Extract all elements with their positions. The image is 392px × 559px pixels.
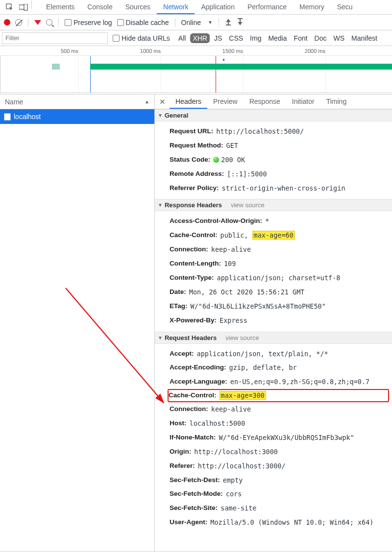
filter-toggle-icon[interactable] (34, 20, 41, 25)
header-row: Request Method:GET (170, 139, 392, 153)
header-key: Accept-Encoding: (170, 363, 226, 372)
header-row: Content-Length:109 (170, 257, 392, 271)
upload-har-icon[interactable] (225, 18, 232, 26)
header-row: Referer:http://localhost:3000/ (170, 459, 392, 473)
column-name: Name (5, 98, 23, 106)
header-value: keep-alive (211, 405, 251, 414)
header-key: Origin: (170, 447, 191, 457)
clear-button[interactable] (15, 19, 22, 26)
detail-tab-timing[interactable]: Timing (320, 95, 353, 109)
header-key: Content-Length: (170, 259, 221, 268)
header-row: User-Agent:Mozilla/5.0 (Windows NT 10.0;… (170, 515, 392, 530)
header-key: User-Agent: (170, 518, 207, 527)
header-key: Request URL: (170, 127, 213, 136)
tab-secu[interactable]: Secu (331, 0, 359, 14)
header-row: Sec-Fetch-Site:same-site (170, 501, 392, 515)
detail-tab-headers[interactable]: Headers (170, 95, 207, 109)
highlighted-header-row: Cache-Control:max-age=300 (168, 389, 389, 402)
download-har-icon[interactable] (237, 18, 244, 26)
search-icon[interactable] (46, 19, 52, 25)
type-filter-js[interactable]: JS (212, 33, 224, 43)
preserve-log-checkbox[interactable]: Preserve log (65, 19, 112, 26)
header-key: X-Powered-By: (170, 316, 217, 325)
header-row: Accept-Language:en-US,en;q=0.9,zh-SG;q=0… (170, 375, 392, 389)
tab-elements[interactable]: Elements (40, 0, 81, 14)
type-filter-all[interactable]: All (176, 33, 189, 43)
timeline-tick: 500 ms (61, 48, 78, 54)
type-filter-img[interactable]: Img (247, 33, 264, 43)
tab-performance[interactable]: Performance (241, 0, 293, 14)
svg-rect-2 (24, 4, 27, 10)
request-row-localhost[interactable]: localhost (0, 109, 154, 124)
header-row: Status Code:200 OK (170, 153, 392, 167)
disable-cache-checkbox[interactable]: Disable cache (117, 19, 169, 26)
header-row: Request URL:http://localhost:5000/ (170, 124, 392, 139)
inspect-icon[interactable] (3, 0, 17, 14)
hide-data-urls-checkbox[interactable]: Hide data URLs (113, 34, 170, 42)
network-toolbar: Preserve log Disable cache Online▼ (0, 15, 392, 30)
header-value: Mozilla/5.0 (Windows NT 10.0; Win64; x64… (210, 518, 373, 527)
tab-application[interactable]: Application (195, 0, 241, 14)
header-value: strict-origin-when-cross-origin (222, 184, 345, 193)
header-row: Accept:application/json, text/plain, */* (170, 347, 392, 361)
header-value: keep-alive (211, 245, 251, 254)
detail-tab-preview[interactable]: Preview (207, 95, 244, 109)
divider (58, 18, 59, 27)
section-header-request-headers[interactable]: ▼Request Headersview source (155, 332, 392, 344)
header-key: Host: (170, 419, 187, 428)
header-value: * (265, 217, 269, 226)
header-value: W/"6d-N3L6Li1kzePSxNSsA+8TmoPHE50" (191, 302, 326, 311)
timeline-overview[interactable]: 500 ms1000 ms1500 ms2000 ms (0, 46, 392, 93)
network-main: Name ▲ localhost ✕ HeadersPreviewRespons… (0, 94, 392, 551)
header-value: localhost:5000 (190, 419, 245, 428)
header-key: Connection: (170, 245, 208, 254)
record-button[interactable] (4, 19, 10, 25)
timeline-load-line (90, 56, 91, 93)
tab-sources[interactable]: Sources (119, 0, 157, 14)
type-filter-ws[interactable]: WS (331, 33, 347, 43)
timeline-tick: 1000 ms (140, 48, 161, 54)
type-filter-xhr[interactable]: XHR (190, 33, 210, 43)
header-key: If-None-Match: (170, 433, 216, 442)
header-key: Sec-Fetch-Dest: (170, 476, 220, 485)
throttling-select[interactable]: Online▼ (181, 19, 213, 26)
header-value: 200 OK (213, 155, 245, 165)
type-filter-doc[interactable]: Doc (312, 33, 329, 43)
close-icon[interactable]: ✕ (155, 95, 170, 109)
section-header-response-headers[interactable]: ▼Response Headersview source (155, 199, 392, 211)
detail-tabs: ✕ HeadersPreviewResponseInitiatorTiming (155, 95, 392, 109)
header-row: Sec-Fetch-Mode:cors (170, 487, 392, 501)
section-header-general[interactable]: ▼General (155, 109, 392, 122)
header-key: Request Method: (170, 141, 223, 150)
header-value: public, max-age=60 (220, 231, 295, 240)
divider (175, 18, 175, 27)
type-filter-group: AllXHRJSCSSImgMediaFontDocWSManifest (176, 33, 380, 43)
header-key: Referer: (170, 462, 195, 471)
type-filter-media[interactable]: Media (266, 33, 289, 43)
type-filter-css[interactable]: CSS (226, 33, 245, 43)
detail-tab-initiator[interactable]: Initiator (286, 95, 320, 109)
tab-memory[interactable]: Memory (293, 0, 331, 14)
header-row: Referrer Policy:strict-origin-when-cross… (170, 181, 392, 195)
device-toolbar-icon[interactable] (17, 0, 30, 14)
header-value: en-US,en;q=0.9,zh-SG;q=0.8,zh;q=0.7 (230, 377, 369, 387)
type-filter-manifest[interactable]: Manifest (349, 33, 380, 43)
header-row: Connection:keep-alive (170, 402, 392, 416)
header-value: http://localhost:3000/ (198, 462, 286, 471)
header-value: application/json, text/plain, */* (197, 349, 328, 359)
timeline-bar (52, 64, 60, 70)
tab-network[interactable]: Network (157, 0, 195, 14)
header-value: Express (220, 316, 247, 325)
request-list: Name ▲ localhost (0, 95, 155, 551)
filter-input[interactable] (2, 32, 108, 44)
detail-tab-response[interactable]: Response (244, 95, 286, 109)
type-filter-font[interactable]: Font (292, 33, 310, 43)
header-row: Date:Mon, 26 Oct 2020 15:56:21 GMT (170, 285, 392, 299)
request-name: localhost (14, 113, 41, 121)
header-key: Connection: (170, 405, 208, 414)
highlighted-value: max-age=60 (252, 231, 295, 240)
tab-console[interactable]: Console (81, 0, 119, 14)
header-key: Accept-Language: (170, 377, 227, 387)
request-list-header[interactable]: Name ▲ (0, 95, 154, 109)
header-key: Cache-Control: (169, 391, 217, 400)
